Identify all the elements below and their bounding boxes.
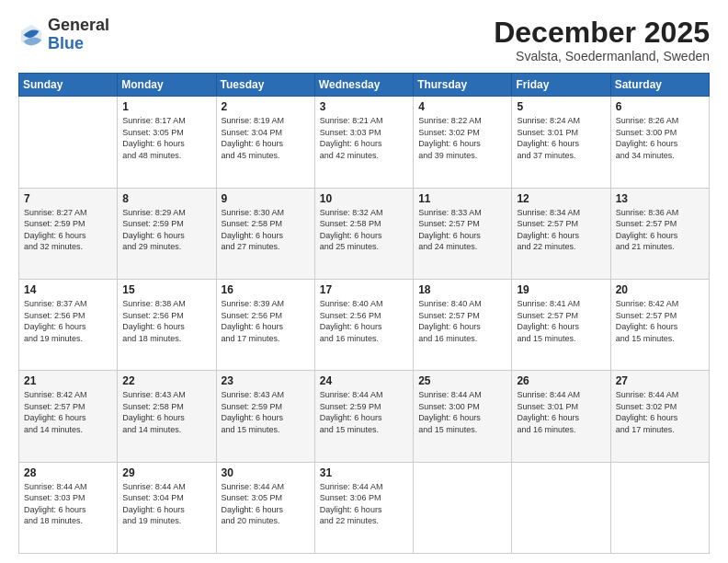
month-title: December 2025 [494,17,710,49]
day-number: 10 [320,192,408,205]
title-block: December 2025 Svalsta, Soedermanland, Sw… [494,17,710,63]
day-number: 27 [616,374,704,387]
cell-info: Sunrise: 8:32 AM Sunset: 2:58 PM Dayligh… [320,207,408,253]
table-cell: 7Sunrise: 8:27 AM Sunset: 2:59 PM Daylig… [19,188,118,279]
cell-info: Sunrise: 8:34 AM Sunset: 2:57 PM Dayligh… [517,207,605,253]
col-monday: Monday [118,74,216,97]
logo-general: General [48,16,109,34]
table-cell: 23Sunrise: 8:43 AM Sunset: 2:59 PM Dayli… [216,371,314,462]
col-saturday: Saturday [610,74,709,97]
cell-info: Sunrise: 8:44 AM Sunset: 3:06 PM Dayligh… [320,481,408,527]
col-thursday: Thursday [414,74,512,97]
table-cell: 20Sunrise: 8:42 AM Sunset: 2:57 PM Dayli… [610,279,709,370]
table-cell: 1Sunrise: 8:17 AM Sunset: 3:05 PM Daylig… [118,97,216,188]
cell-info: Sunrise: 8:43 AM Sunset: 2:58 PM Dayligh… [122,389,210,435]
calendar-week-row: 14Sunrise: 8:37 AM Sunset: 2:56 PM Dayli… [19,279,710,370]
table-cell: 8Sunrise: 8:29 AM Sunset: 2:59 PM Daylig… [118,188,216,279]
cell-info: Sunrise: 8:44 AM Sunset: 2:59 PM Dayligh… [320,389,408,435]
day-number: 14 [24,283,112,296]
cell-info: Sunrise: 8:42 AM Sunset: 2:57 PM Dayligh… [24,389,112,435]
table-cell: 15Sunrise: 8:38 AM Sunset: 2:56 PM Dayli… [118,279,216,370]
day-number: 13 [616,192,704,205]
cell-info: Sunrise: 8:44 AM Sunset: 3:04 PM Dayligh… [122,481,210,527]
logo-text: General Blue [48,17,109,53]
table-cell: 14Sunrise: 8:37 AM Sunset: 2:56 PM Dayli… [19,279,118,370]
table-cell: 10Sunrise: 8:32 AM Sunset: 2:58 PM Dayli… [314,188,413,279]
table-cell: 6Sunrise: 8:26 AM Sunset: 3:00 PM Daylig… [610,97,709,188]
day-number: 6 [616,100,704,113]
table-cell: 31Sunrise: 8:44 AM Sunset: 3:06 PM Dayli… [314,462,413,553]
cell-info: Sunrise: 8:21 AM Sunset: 3:03 PM Dayligh… [320,115,408,161]
table-cell: 21Sunrise: 8:42 AM Sunset: 2:57 PM Dayli… [19,371,118,462]
day-number: 25 [418,374,506,387]
day-number: 31 [320,466,408,479]
day-number: 4 [418,100,506,113]
cell-info: Sunrise: 8:33 AM Sunset: 2:57 PM Dayligh… [418,207,506,253]
day-number: 21 [24,374,112,387]
logo-icon [18,22,44,48]
day-number: 16 [222,283,310,296]
location: Svalsta, Soedermanland, Sweden [494,49,710,63]
calendar-week-row: 1Sunrise: 8:17 AM Sunset: 3:05 PM Daylig… [19,97,710,188]
cell-info: Sunrise: 8:44 AM Sunset: 3:01 PM Dayligh… [517,389,605,435]
cell-info: Sunrise: 8:42 AM Sunset: 2:57 PM Dayligh… [616,298,704,344]
cell-info: Sunrise: 8:44 AM Sunset: 3:00 PM Dayligh… [418,389,506,435]
day-number: 22 [122,374,210,387]
day-number: 18 [418,283,506,296]
table-cell [610,462,709,553]
day-number: 7 [24,192,112,205]
table-cell [414,462,512,553]
day-number: 20 [616,283,704,296]
col-wednesday: Wednesday [314,74,413,97]
calendar-week-row: 21Sunrise: 8:42 AM Sunset: 2:57 PM Dayli… [19,371,710,462]
cell-info: Sunrise: 8:41 AM Sunset: 2:57 PM Dayligh… [517,298,605,344]
table-cell: 11Sunrise: 8:33 AM Sunset: 2:57 PM Dayli… [414,188,512,279]
cell-info: Sunrise: 8:37 AM Sunset: 2:56 PM Dayligh… [24,298,112,344]
cell-info: Sunrise: 8:43 AM Sunset: 2:59 PM Dayligh… [222,389,310,435]
page: General Blue December 2025 Svalsta, Soed… [0,0,728,563]
table-cell: 17Sunrise: 8:40 AM Sunset: 2:56 PM Dayli… [314,279,413,370]
cell-info: Sunrise: 8:44 AM Sunset: 3:03 PM Dayligh… [24,481,112,527]
col-tuesday: Tuesday [216,74,314,97]
cell-info: Sunrise: 8:22 AM Sunset: 3:02 PM Dayligh… [418,115,506,161]
cell-info: Sunrise: 8:44 AM Sunset: 3:05 PM Dayligh… [222,481,310,527]
day-number: 1 [122,100,210,113]
cell-info: Sunrise: 8:19 AM Sunset: 3:04 PM Dayligh… [222,115,310,161]
day-number: 29 [122,466,210,479]
day-number: 26 [517,374,605,387]
col-sunday: Sunday [19,74,118,97]
table-cell: 9Sunrise: 8:30 AM Sunset: 2:58 PM Daylig… [216,188,314,279]
table-cell: 22Sunrise: 8:43 AM Sunset: 2:58 PM Dayli… [118,371,216,462]
day-number: 5 [517,100,605,113]
table-cell: 30Sunrise: 8:44 AM Sunset: 3:05 PM Dayli… [216,462,314,553]
cell-info: Sunrise: 8:26 AM Sunset: 3:00 PM Dayligh… [616,115,704,161]
calendar-table: Sunday Monday Tuesday Wednesday Thursday… [18,73,710,554]
day-number: 9 [222,192,310,205]
day-number: 12 [517,192,605,205]
day-number: 28 [24,466,112,479]
day-number: 23 [222,374,310,387]
table-cell: 28Sunrise: 8:44 AM Sunset: 3:03 PM Dayli… [19,462,118,553]
cell-info: Sunrise: 8:39 AM Sunset: 2:56 PM Dayligh… [222,298,310,344]
day-number: 15 [122,283,210,296]
calendar-week-row: 28Sunrise: 8:44 AM Sunset: 3:03 PM Dayli… [19,462,710,553]
cell-info: Sunrise: 8:44 AM Sunset: 3:02 PM Dayligh… [616,389,704,435]
cell-info: Sunrise: 8:38 AM Sunset: 2:56 PM Dayligh… [122,298,210,344]
calendar-week-row: 7Sunrise: 8:27 AM Sunset: 2:59 PM Daylig… [19,188,710,279]
day-number: 11 [418,192,506,205]
table-cell: 26Sunrise: 8:44 AM Sunset: 3:01 PM Dayli… [512,371,610,462]
logo-blue: Blue [48,34,84,52]
table-cell: 3Sunrise: 8:21 AM Sunset: 3:03 PM Daylig… [314,97,413,188]
day-number: 19 [517,283,605,296]
day-number: 8 [122,192,210,205]
table-cell [512,462,610,553]
table-cell: 5Sunrise: 8:24 AM Sunset: 3:01 PM Daylig… [512,97,610,188]
table-cell: 4Sunrise: 8:22 AM Sunset: 3:02 PM Daylig… [414,97,512,188]
cell-info: Sunrise: 8:27 AM Sunset: 2:59 PM Dayligh… [24,207,112,253]
table-cell: 13Sunrise: 8:36 AM Sunset: 2:57 PM Dayli… [610,188,709,279]
day-number: 3 [320,100,408,113]
cell-info: Sunrise: 8:30 AM Sunset: 2:58 PM Dayligh… [222,207,310,253]
table-cell: 2Sunrise: 8:19 AM Sunset: 3:04 PM Daylig… [216,97,314,188]
cell-info: Sunrise: 8:40 AM Sunset: 2:57 PM Dayligh… [418,298,506,344]
cell-info: Sunrise: 8:36 AM Sunset: 2:57 PM Dayligh… [616,207,704,253]
